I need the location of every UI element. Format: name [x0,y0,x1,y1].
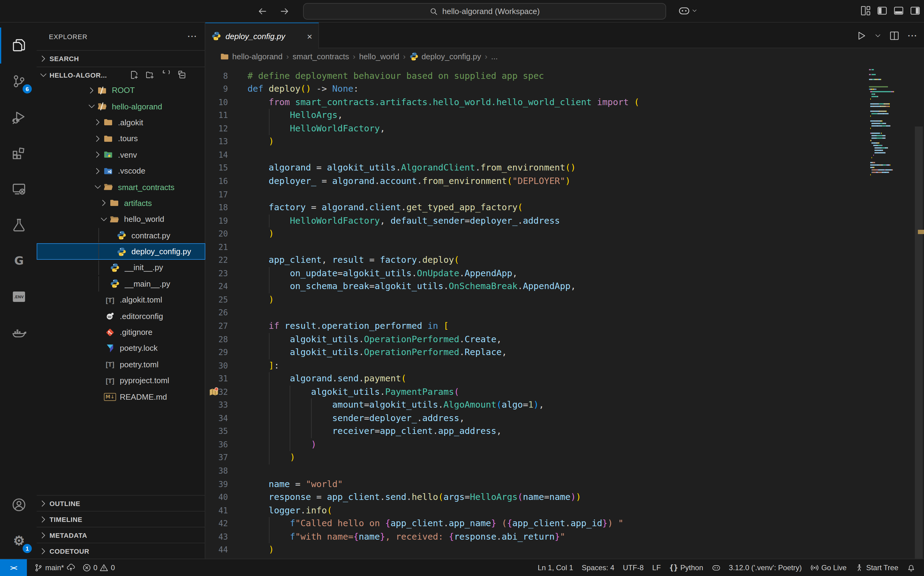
code-line-27[interactable]: 27 if result.operation_performed in [ [205,320,914,333]
remote-indicator[interactable]: >< [0,559,27,576]
tree-item--tours[interactable]: .tours [37,131,205,147]
indentation[interactable]: Spaces: 4 [582,563,614,572]
breadcrumb-item[interactable]: hello_world [359,52,400,61]
customize-layout-icon[interactable] [860,5,871,16]
toggle-panel-icon[interactable] [894,5,904,16]
code-line-8[interactable]: 8# define deployment behaviour based on … [205,69,914,83]
tree-item--venv[interactable]: .venv [37,147,205,163]
codetour-marker-icon[interactable] [209,387,219,397]
new-folder-icon[interactable] [145,70,155,80]
tree-item-artifacts[interactable]: artifacts [37,195,205,211]
tree-item--main-py[interactable]: __main__.py [37,276,205,292]
activity-extensions[interactable] [0,135,37,171]
copilot-menu[interactable] [678,5,697,16]
start-tree[interactable]: Start Tree [855,563,898,572]
breadcrumb-item[interactable]: hello-algorand [220,52,283,61]
tree-item--algokit-toml[interactable]: [T].algokit.toml [37,292,205,308]
collapse-all-icon[interactable] [177,70,186,80]
tree-item--vscode[interactable]: .vscode [37,163,205,179]
code-line-41[interactable]: 41 logger.info( [205,504,914,517]
activity-accounts[interactable] [0,487,37,523]
code-line-31[interactable]: 31 algorand.send.payment( [205,372,914,385]
code-line-18[interactable]: 18 factory = algorand.client.get_typed_a… [205,201,914,214]
code-line-39[interactable]: 39 name = "world" [205,478,914,491]
code-line-23[interactable]: 23 on_update=algokit_utils.OnUpdate.Appe… [205,267,914,280]
tree-item-smart-contracts[interactable]: smart_contracts [37,179,205,195]
tree-item-poetry-toml[interactable]: [T]poetry.toml [37,356,205,373]
editor-scrollbar[interactable] [914,65,924,558]
tree-item-poetry-lock[interactable]: poetry.lock [37,341,205,357]
activity-remote-explorer[interactable] [0,171,37,207]
code-line-33[interactable]: 33 amount=algokit_utils.AlgoAmount(algo=… [205,399,914,412]
tree-item--gitignore[interactable]: .gitignore [37,324,205,341]
run-button[interactable] [856,30,866,41]
project-pane-header[interactable]: HELLO-ALGOR... [37,66,205,83]
code-line-21[interactable]: 21 [205,240,914,254]
code-line-42[interactable]: 42 f"Called hello on {app_client.app_nam… [205,517,914,530]
problems-status[interactable]: 00 [82,563,115,572]
code-line-19[interactable]: 19 HelloWorldFactory, default_sender=dep… [205,214,914,227]
run-dropdown[interactable] [874,32,881,39]
more-actions-icon[interactable]: ··· [188,32,197,41]
code-line-28[interactable]: 28 algokit_utils.OperationPerformed.Crea… [205,333,914,346]
code-line-40[interactable]: 40 response = app_client.send.hello(args… [205,491,914,504]
activity-source-control[interactable]: 6 [0,63,37,99]
breadcrumb-item[interactable]: deploy_config.py [409,52,481,61]
language-mode[interactable]: {}Python [670,563,703,572]
code-line-29[interactable]: 29 algokit_utils.OperationPerformed.Repl… [205,346,914,359]
branch-status[interactable]: main* [34,563,75,572]
code-line-44[interactable]: 44 ) [205,544,914,557]
code-line-37[interactable]: 37 ) [205,451,914,464]
breadcrumb-item[interactable]: ... [491,52,498,61]
tree-item--editorconfig[interactable]: .editorconfig [37,308,205,324]
code-line-15[interactable]: 15 algorand = algokit_utils.AlgorandClie… [205,162,914,175]
code-line-36[interactable]: 36 ) [205,438,914,451]
command-center[interactable]: hello-algorand (Workspace) [303,3,666,19]
activity-explorer[interactable] [0,27,37,63]
go-live[interactable]: Go Live [810,563,847,572]
activity-dotenv[interactable]: .ENV [0,279,37,314]
pane-codetour[interactable]: CODETOUR [37,543,205,558]
cursor-position[interactable]: Ln 1, Col 1 [538,563,573,572]
code-line-16[interactable]: 16 deployer_ = algorand.account.from_env… [205,175,914,188]
code-line-43[interactable]: 43 f"with name={name}, received: {respon… [205,530,914,543]
tree-item-hello-algorand[interactable]: hello-algorand [37,98,205,115]
code-editor[interactable]: 8# define deployment behaviour based on … [205,65,914,558]
tree-item-ROOT[interactable]: ROOT [37,82,205,98]
code-line-20[interactable]: 20 ) [205,227,914,240]
code-line-25[interactable]: 25 ) [205,293,914,307]
activity-settings[interactable]: ⚙1 [0,523,37,558]
eol[interactable]: LF [652,563,661,572]
code-line-9[interactable]: 9def deploy() -> None: [205,83,914,96]
code-line-13[interactable]: 13 ) [205,135,914,149]
encoding[interactable]: UTF-8 [623,563,644,572]
toggle-primary-sidebar-icon[interactable] [877,5,887,16]
pane-metadata[interactable]: METADATA [37,527,205,543]
new-file-icon[interactable] [129,70,139,80]
code-line-12[interactable]: 12 HelloWorldFactory, [205,122,914,135]
activity-docker[interactable] [0,314,37,350]
code-line-22[interactable]: 22 app_client, result = factory.deploy( [205,254,914,267]
pane-timeline[interactable]: TIMELINE [37,511,205,527]
notifications[interactable] [907,563,916,572]
tree-item--init-py[interactable]: __init__.py [37,260,205,276]
tree-item-README-md[interactable]: M↓README.md [37,389,205,405]
tree-item-contract-py[interactable]: contract.py [37,227,205,243]
breadcrumb-item[interactable]: smart_contracts [293,52,349,61]
code-line-34[interactable]: 34 sender=deployer_.address, [205,412,914,425]
back-icon[interactable] [257,6,268,16]
code-line-38[interactable]: 38 [205,464,914,478]
code-line-24[interactable]: 24 on_schema_break=algokit_utils.OnSchem… [205,280,914,293]
pane-outline[interactable]: OUTLINE [37,495,205,511]
search-pane-header[interactable]: SEARCH [37,50,205,66]
tree-item-hello-world[interactable]: hello_world [37,211,205,227]
more-actions-button[interactable]: ··· [908,30,918,41]
activity-testing[interactable] [0,207,37,243]
code-line-32[interactable]: 32 algokit_utils.PaymentParams( [205,385,914,398]
code-line-17[interactable]: 17 [205,188,914,201]
tree-item-pyproject-toml[interactable]: [T]pyproject.toml [37,373,205,389]
split-editor-button[interactable] [889,30,900,41]
code-line-10[interactable]: 10 from smart_contracts.artifacts.hello_… [205,96,914,109]
code-line-14[interactable]: 14 [205,149,914,162]
scrollbar-slider[interactable] [915,126,923,560]
